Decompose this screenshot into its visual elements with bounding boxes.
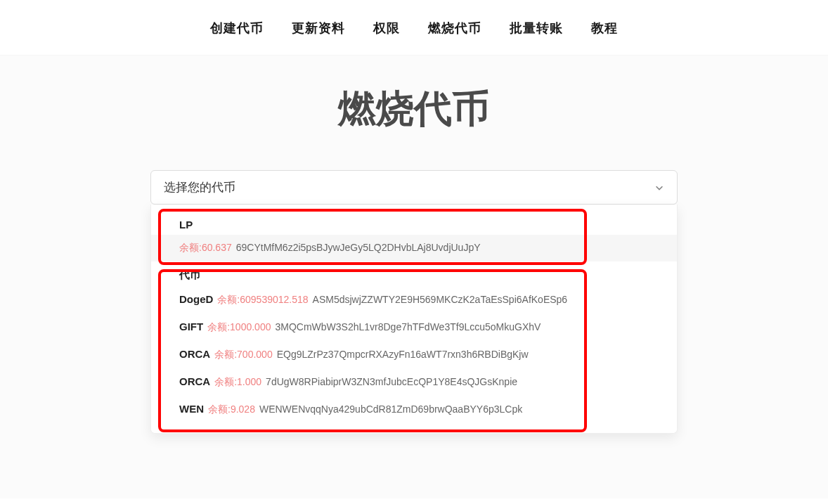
dropdown-option[interactable]: DogeD 余额:609539012.518 ASM5dsjwjZZWTY2E9… [151,286,677,314]
option-address: WENWENvqqNya429ubCdR81ZmD69brwQaaBYY6p3L… [259,403,522,415]
nav-batch-transfer[interactable]: 批量转账 [510,20,563,37]
option-address: 3MQCmWbW3S2hL1vr8Dge7hTFdWe3Tf9Lccu5oMku… [275,321,541,332]
nav-create-token[interactable]: 创建代币 [210,20,264,37]
dropdown-option[interactable]: ORCA 余额:700.000 EQg9LZrPz37QmpcrRXAzyFn1… [151,341,677,368]
option-balance: 余额:700.000 [214,349,273,361]
token-dropdown-panel: LP 余额:60.637 69CYtMfM6z2i5psBJywJeGy5LQ2… [150,205,678,434]
token-select-placeholder: 选择您的代币 [164,179,235,195]
option-name: GIFT [179,321,203,332]
page-content: 燃烧代币 选择您的代币 LP 余额:60.637 69CYtMfM6z2i5ps… [0,56,828,498]
token-select[interactable]: 选择您的代币 [150,170,678,205]
option-name: DogeD [179,293,213,305]
option-balance: 余额:60.637 [179,242,232,254]
nav-tutorial[interactable]: 教程 [591,20,618,37]
option-balance: 余额:609539012.518 [217,294,308,306]
page-title: 燃烧代币 [0,84,828,135]
option-balance: 余额:1.000 [214,376,261,389]
dropdown-option[interactable]: 余额:60.637 69CYtMfM6z2i5psBJywJeGy5LQ2DHv… [151,235,677,261]
option-name: ORCA [179,348,210,360]
option-address: ASM5dsjwjZZWTY2E9H569MKCzK2aTaEsSpi6AfKo… [313,294,568,305]
option-address: 69CYtMfM6z2i5psBJywJeGy5LQ2DHvbLAj8UvdjU… [236,242,481,253]
dropdown-option[interactable]: ORCA 余额:1.000 7dUgW8RPiabiprW3ZN3mfJubcE… [151,368,677,396]
option-name: WEN [179,403,204,415]
dropdown-group-lp: LP [151,212,677,235]
option-name: ORCA [179,375,210,387]
nav-burn-token[interactable]: 燃烧代币 [428,20,481,37]
top-nav: 创建代币 更新资料 权限 燃烧代币 批量转账 教程 [0,0,828,56]
dropdown-option[interactable]: GIFT 余额:1000.000 3MQCmWbW3S2hL1vr8Dge7hT… [151,314,677,341]
option-address: EQg9LZrPz37QmpcrRXAzyFn16aWT7rxn3h6RBDiB… [277,349,529,360]
option-balance: 余额:9.028 [208,403,255,416]
token-select-container: 选择您的代币 LP 余额:60.637 69CYtMfM6z2i5psBJywJ… [150,170,678,434]
option-address: 7dUgW8RPiabiprW3ZN3mfJubcEcQP1Y8E4sQJGsK… [266,376,517,387]
dropdown-option[interactable]: WEN 余额:9.028 WENWENvqqNya429ubCdR81ZmD69… [151,396,677,423]
chevron-down-icon [654,183,664,193]
dropdown-group-tokens: 代币 [151,261,677,286]
nav-permission[interactable]: 权限 [373,20,400,37]
nav-update-info[interactable]: 更新资料 [292,20,345,37]
option-balance: 余额:1000.000 [207,321,271,334]
